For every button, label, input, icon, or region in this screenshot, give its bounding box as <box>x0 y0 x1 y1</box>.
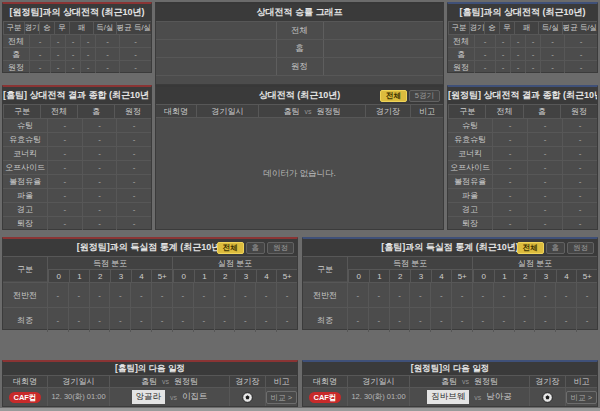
value-cell: - <box>116 217 151 230</box>
value-cell: - <box>510 61 525 73</box>
row-label: 홈 <box>3 48 29 60</box>
column-header: 원정 <box>560 105 597 118</box>
value-cell: - <box>493 283 514 307</box>
filter-button[interactable]: 5경기 <box>409 90 440 102</box>
panel-title-text: 상대전적 (최근10년) <box>259 90 341 100</box>
filter-button[interactable]: 원정 <box>267 242 294 254</box>
value-cell: - <box>234 283 255 307</box>
value-cell: - <box>116 161 151 174</box>
value-cell: - <box>534 283 555 307</box>
value-cell: - <box>234 308 255 332</box>
header-right: 득점 분포 실점 분포 012345+ 012345+ <box>347 257 597 282</box>
value-cell: - <box>525 48 540 60</box>
panel-title: [원정팀]의 다음 일정 <box>303 362 597 375</box>
filter-button[interactable]: 전체 <box>517 242 544 254</box>
table-row: 홈 - - - - - - <box>3 47 151 60</box>
soccer-ball-icon <box>242 392 253 403</box>
bin-header: 5+ <box>576 270 597 282</box>
bin-header: 3 <box>535 270 556 282</box>
value-cell: - <box>130 308 151 332</box>
value-cell: - <box>151 283 172 307</box>
filter-button[interactable]: 원정 <box>567 242 594 254</box>
value-cell: - <box>492 189 527 202</box>
value-cell: - <box>430 283 451 307</box>
row-label: 유효슈팅 <box>448 133 492 146</box>
winrate-bar-left <box>156 40 276 57</box>
value-cell: - <box>80 48 95 60</box>
panel-title: [원정팀]과의 득실점 통계 (최근10년) 전체홈원정 <box>3 239 297 256</box>
group-header-conceded: 실점 분포 <box>172 257 297 269</box>
column-header: 득/실 <box>93 22 116 34</box>
compare-button[interactable]: 비교 > <box>566 391 597 404</box>
row-label: 퇴장 <box>3 217 47 230</box>
column-header: 구분 <box>448 105 485 118</box>
vs-text: vs <box>474 394 481 401</box>
value-cell: - <box>47 189 82 202</box>
filter-button[interactable]: 홈 <box>246 242 266 254</box>
league-cell: CAF컵 <box>303 388 347 406</box>
table-header: 구분전체홈원정 <box>3 104 151 118</box>
table-row: 유효슈팅 - - - <box>3 132 151 146</box>
value-cell: - <box>347 283 368 307</box>
column-header-note: 비고 <box>565 376 597 387</box>
home-label: 홈팀 <box>141 376 157 387</box>
value-cell: - <box>564 61 597 73</box>
value-cell: - <box>576 283 597 307</box>
note-cell: 비교 > <box>565 388 597 406</box>
table-row: 원정 - - - - - - <box>448 60 597 73</box>
filter-button[interactable]: 홈 <box>546 242 566 254</box>
value-cell: - <box>527 189 562 202</box>
row-label: 볼점유율 <box>448 175 492 188</box>
value-cell: - <box>29 61 50 73</box>
column-header-note: 비고 <box>265 376 297 387</box>
bins-conceded: 012345+ <box>172 270 297 282</box>
home-team-name: 앙골라 <box>132 390 166 404</box>
column-header: 전체 <box>485 105 522 118</box>
column-header-datetime: 경기일시 <box>47 376 109 387</box>
value-cell: - <box>95 61 119 73</box>
compare-button[interactable]: 비교 > <box>266 391 297 404</box>
value-cell: - <box>119 61 151 73</box>
value-cell: - <box>47 217 82 230</box>
away-team-name: 남아공 <box>486 391 512 403</box>
column-header-teams: 홈팀 vs 원정팀 <box>258 105 365 117</box>
value-cell: - <box>525 35 540 47</box>
empty-message: 데이터가 없습니다. <box>156 117 443 230</box>
column-header-stadium: 경기장 <box>365 105 410 117</box>
panel-title-text: [홈팀]과의 득실점 통계 (최근10년) <box>381 242 519 252</box>
bin-header: 3 <box>235 270 256 282</box>
value-cell: - <box>80 61 95 73</box>
value-cell: - <box>65 61 80 73</box>
value-cell: - <box>214 283 235 307</box>
winrate-row: 전체 <box>156 21 443 39</box>
value-cell: - <box>193 283 214 307</box>
value-cell: - <box>116 133 151 146</box>
value-cell: - <box>82 217 117 230</box>
column-header-stadium: 경기장 <box>529 376 565 387</box>
match-datetime: 12. 30(화) 01:00 <box>51 392 105 402</box>
table-row: 파울 - - - <box>3 188 151 202</box>
row-label: 코너킥 <box>448 147 492 160</box>
value-cell: - <box>540 35 564 47</box>
value-cell: - <box>151 308 172 332</box>
table-row: 전반전 - - - - - - - - - - - - <box>303 282 597 307</box>
bin-header: 0 <box>48 270 69 282</box>
value-cell: - <box>82 161 117 174</box>
value-cell: - <box>562 119 597 132</box>
table-row: 볼점유율 - - - <box>448 174 597 188</box>
vs-label: vs <box>305 108 312 115</box>
value-cell: - <box>409 308 430 332</box>
row-label: 슈팅 <box>3 119 47 132</box>
table-row: 슈팅 - - - <box>3 118 151 132</box>
table-body: 전반전 - - - - - - - - - - - - 최종 - <box>303 282 597 332</box>
table-row: 코너킥 - - - <box>448 146 597 160</box>
row-label: 볼점유율 <box>3 175 47 188</box>
filter-button[interactable]: 전체 <box>217 242 244 254</box>
filter-button[interactable]: 전체 <box>380 90 407 102</box>
soccer-ball-icon <box>542 392 553 403</box>
home-label: 홈팀 <box>284 106 300 117</box>
table-row: 최종 - - - - - - - - - - - - <box>3 307 297 332</box>
value-cell: - <box>172 308 193 332</box>
value-cell: - <box>527 147 562 160</box>
value-cell: - <box>214 308 235 332</box>
